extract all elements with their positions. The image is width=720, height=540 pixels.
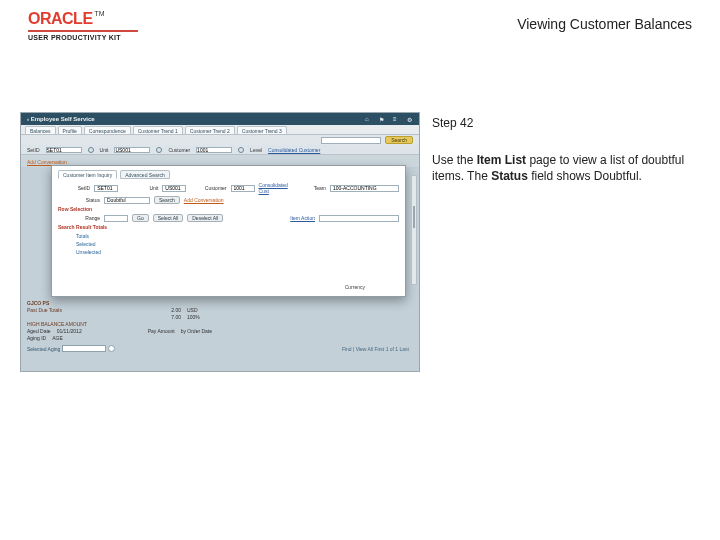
past-due-cur: USD bbox=[187, 307, 198, 313]
aged-date-value: 01/11/2012 bbox=[57, 328, 82, 334]
pager[interactable]: Find | View All First 1 of 1 Last bbox=[342, 346, 409, 352]
tab-correspondence[interactable]: Correspondence bbox=[84, 126, 131, 134]
result-unselected: Unselected bbox=[76, 248, 399, 256]
selected-aging-option[interactable]: Selected Aging bbox=[27, 345, 115, 352]
instr-text-3: field shows Doubtful. bbox=[528, 169, 642, 183]
aged-date-label: Aged Date bbox=[27, 328, 51, 334]
search-result-totals-header: Search Result Totals bbox=[58, 224, 399, 230]
step-label: Step 42 bbox=[432, 116, 692, 130]
pay-amount-value: by Order Date bbox=[181, 328, 212, 334]
m-setid-input[interactable] bbox=[94, 185, 118, 192]
selected-aging-radio[interactable] bbox=[108, 345, 115, 352]
level-label: Level bbox=[250, 147, 262, 153]
row-selection-header: Row Selection bbox=[58, 206, 399, 212]
m-range-label: Range bbox=[58, 215, 100, 221]
results-list: Totals Selected Unselected bbox=[76, 232, 399, 256]
m-setid-label: SetID bbox=[58, 185, 90, 191]
gear-icon[interactable]: ⚙ bbox=[407, 116, 413, 122]
page-search-row: Search bbox=[21, 135, 419, 145]
past-due-label: Past Due Totals bbox=[27, 307, 137, 313]
m-item-action-link[interactable]: Item Action bbox=[290, 215, 315, 221]
oracle-logo: ORACLE bbox=[28, 10, 93, 27]
customer-label: Customer bbox=[168, 147, 190, 153]
m-consolidated-link[interactable]: Consolidated Cust bbox=[259, 182, 290, 194]
pay-amount-label: Pay Amount bbox=[148, 328, 175, 334]
aging-id-value: AGE bbox=[52, 335, 63, 341]
m-search-button[interactable]: Search bbox=[154, 196, 180, 204]
home-icon[interactable]: ⌂ bbox=[365, 116, 371, 122]
m-team-input[interactable] bbox=[330, 185, 399, 192]
m-customer-label: Customer bbox=[194, 185, 226, 191]
modal-tab-advanced[interactable]: Advanced Search bbox=[120, 170, 169, 179]
filter-bar: SetID Unit Customer Level Consolidated C… bbox=[21, 145, 419, 155]
unit-lookup-icon[interactable] bbox=[156, 147, 162, 153]
setid-lookup-icon[interactable] bbox=[88, 147, 94, 153]
app-titlebar: ‹ Employee Self Service ⌂ ⚑ ≡ ⚙ bbox=[21, 113, 419, 125]
m-item-action-input[interactable] bbox=[319, 215, 399, 222]
m-unit-label: Unit bbox=[126, 185, 158, 191]
tab-customer-trend-3[interactable]: Customer Trend 3 bbox=[237, 126, 287, 134]
high-balance-label: HIGH BALANCE AMOUNT bbox=[27, 321, 137, 327]
item-list-modal: Customer Item Inquiry Advanced Search Se… bbox=[51, 165, 406, 297]
selected-aging-input[interactable] bbox=[62, 345, 106, 352]
customer-input[interactable] bbox=[196, 147, 232, 153]
app-title: ‹ Employee Self Service bbox=[27, 116, 95, 122]
selected-aging-label: Selected Aging bbox=[27, 346, 60, 352]
m-select-all-button[interactable]: Select All bbox=[153, 214, 184, 222]
instr-bold-2: Status bbox=[491, 169, 528, 183]
page-search-input[interactable] bbox=[321, 137, 381, 144]
instr-bold-1: Item List bbox=[477, 153, 526, 167]
background-bottom: GJCO PS Past Due Totals 2.00 USD 7.00 10… bbox=[27, 299, 409, 352]
gjco-header: GJCO PS bbox=[27, 300, 49, 306]
instruction-column: Step 42 Use the Item List page to view a… bbox=[432, 116, 692, 184]
tab-customer-trend-1[interactable]: Customer Trend 1 bbox=[133, 126, 183, 134]
modal-scrollbar[interactable] bbox=[411, 175, 417, 285]
pct-a: 7.00 bbox=[143, 314, 181, 320]
result-totals: Totals bbox=[76, 232, 399, 240]
m-unit-input[interactable] bbox=[162, 185, 186, 192]
setid-label: SetID bbox=[27, 147, 40, 153]
page-search-button[interactable]: Search bbox=[385, 136, 413, 144]
oracle-logo-block: ORACLETM USER PRODUCTIVITY KIT bbox=[28, 10, 138, 41]
m-status-label: Status bbox=[58, 197, 100, 203]
m-team-label: Team bbox=[294, 185, 326, 191]
m-deselect-all-button[interactable]: Deselect All bbox=[187, 214, 223, 222]
customer-lookup-icon[interactable] bbox=[238, 147, 244, 153]
instr-text-1: Use the bbox=[432, 153, 477, 167]
trademark-symbol: TM bbox=[95, 10, 105, 17]
unit-input[interactable] bbox=[114, 147, 150, 153]
flag-icon[interactable]: ⚑ bbox=[379, 116, 385, 122]
upk-subtitle: USER PRODUCTIVITY KIT bbox=[28, 34, 138, 41]
tab-customer-trend-2[interactable]: Customer Trend 2 bbox=[185, 126, 235, 134]
m-go-button[interactable]: Go bbox=[132, 214, 149, 222]
tab-balances[interactable]: Balances bbox=[25, 126, 56, 134]
level-value[interactable]: Consolidated Customer bbox=[268, 147, 320, 153]
tab-bar: Balances Profile Correspondence Customer… bbox=[21, 125, 419, 135]
m-add-conversation-link[interactable]: Add Conversation bbox=[184, 197, 224, 203]
menu-icon[interactable]: ≡ bbox=[393, 116, 399, 122]
titlebar-right-icons: ⌂ ⚑ ≡ ⚙ bbox=[365, 116, 413, 122]
unit-label: Unit bbox=[100, 147, 109, 153]
result-selected: Selected bbox=[76, 240, 399, 248]
logo-divider bbox=[28, 30, 138, 32]
currency-label: Currency bbox=[345, 284, 365, 290]
setid-input[interactable] bbox=[46, 147, 82, 153]
m-customer-input[interactable] bbox=[231, 185, 255, 192]
aging-id-label: Aging ID bbox=[27, 335, 46, 341]
screenshot-panel: ‹ Employee Self Service ⌂ ⚑ ≡ ⚙ Balances… bbox=[20, 112, 420, 372]
past-due-amt: 2.00 bbox=[143, 307, 181, 313]
m-range-input[interactable] bbox=[104, 215, 128, 222]
m-status-input[interactable] bbox=[104, 197, 150, 204]
tab-profile[interactable]: Profile bbox=[58, 126, 82, 134]
instruction-body: Use the Item List page to view a list of… bbox=[432, 152, 692, 184]
scrollbar-thumb[interactable] bbox=[413, 206, 415, 228]
modal-tab-inquiry[interactable]: Customer Item Inquiry bbox=[58, 170, 117, 179]
document-title: Viewing Customer Balances bbox=[517, 16, 692, 32]
pct-b: 100% bbox=[187, 314, 200, 320]
